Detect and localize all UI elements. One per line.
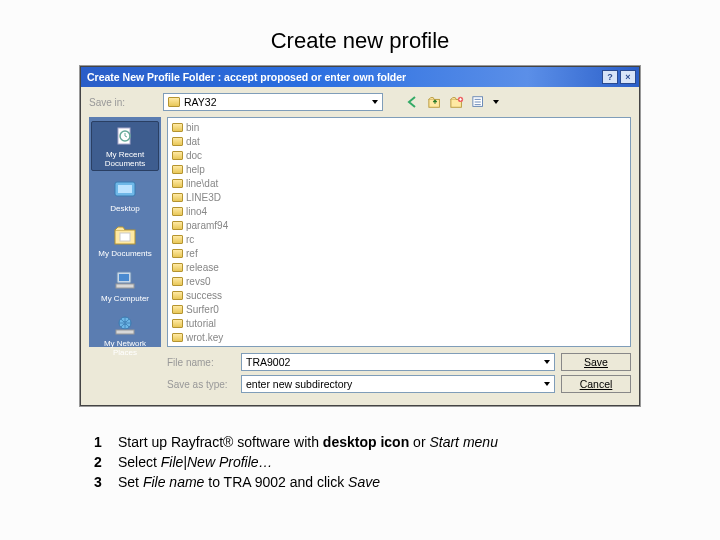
- save-dialog: Create New Profile Folder : accept propo…: [80, 66, 640, 406]
- place-label: My Documents: [98, 249, 151, 258]
- new-folder-icon[interactable]: [449, 94, 465, 110]
- place-label: Desktop: [110, 204, 139, 213]
- place-recent[interactable]: My Recent Documents: [91, 121, 159, 171]
- file-list[interactable]: bin dat doc help line\dat LINE3D lino4 p…: [167, 117, 631, 347]
- place-label: My Recent Documents: [92, 150, 158, 168]
- list-item[interactable]: success: [172, 288, 626, 302]
- savetype-value: enter new subdirectory: [246, 378, 352, 390]
- list-item[interactable]: revs0: [172, 274, 626, 288]
- folder-icon: [168, 97, 180, 107]
- svg-rect-17: [116, 330, 134, 334]
- list-item[interactable]: line\dat: [172, 176, 626, 190]
- places-bar: My Recent Documents Desktop My Documents: [89, 117, 161, 347]
- folder-icon: [172, 319, 183, 328]
- recent-documents-icon: [111, 124, 139, 148]
- list-item[interactable]: bin: [172, 120, 626, 134]
- filename-label: File name:: [167, 357, 235, 368]
- folder-icon: [172, 137, 183, 146]
- folder-icon: [172, 249, 183, 258]
- folder-icon: [172, 291, 183, 300]
- my-documents-icon: [111, 223, 139, 247]
- titlebar-text: Create New Profile Folder : accept propo…: [87, 71, 406, 83]
- list-item[interactable]: rc: [172, 232, 626, 246]
- network-places-icon: [111, 313, 139, 337]
- folder-icon: [172, 207, 183, 216]
- list-item[interactable]: LINE3D: [172, 190, 626, 204]
- chevron-down-icon: [544, 382, 550, 386]
- folder-icon: [172, 333, 183, 342]
- folder-icon: [172, 221, 183, 230]
- savein-label: Save in:: [89, 97, 157, 108]
- svg-rect-12: [120, 233, 130, 241]
- folder-icon: [172, 305, 183, 314]
- my-computer-icon: [111, 268, 139, 292]
- list-item[interactable]: ref: [172, 246, 626, 260]
- svg-rect-10: [118, 185, 132, 193]
- instruction-row: 3 Set File name to TRA 9002 and click Sa…: [94, 472, 720, 492]
- savein-combo[interactable]: RAY32: [163, 93, 383, 111]
- list-item[interactable]: paramf94: [172, 218, 626, 232]
- up-one-level-icon[interactable]: [427, 94, 443, 110]
- save-button[interactable]: Save: [561, 353, 631, 371]
- close-button[interactable]: ×: [620, 70, 636, 84]
- chevron-down-icon[interactable]: [493, 100, 499, 104]
- savetype-combo[interactable]: enter new subdirectory: [241, 375, 555, 393]
- step-text: Set File name to TRA 9002 and click Save: [118, 472, 380, 492]
- folder-icon: [172, 193, 183, 202]
- step-text: Start up Rayfract® software with desktop…: [118, 432, 498, 452]
- cancel-button[interactable]: Cancel: [561, 375, 631, 393]
- savein-value: RAY32: [184, 96, 217, 108]
- view-menu-icon[interactable]: [471, 94, 487, 110]
- svg-rect-14: [119, 274, 129, 281]
- step-text: Select File|New Profile…: [118, 452, 273, 472]
- list-item[interactable]: wrot.key: [172, 330, 626, 344]
- instructions: 1 Start up Rayfract® software with deskt…: [94, 432, 720, 492]
- chevron-down-icon: [372, 100, 378, 104]
- list-item[interactable]: dat: [172, 134, 626, 148]
- savetype-label: Save as type:: [167, 379, 235, 390]
- list-item[interactable]: help: [172, 162, 626, 176]
- list-item[interactable]: doc: [172, 148, 626, 162]
- step-number: 3: [94, 472, 106, 492]
- filename-value: TRA9002: [246, 356, 290, 368]
- folder-icon: [172, 123, 183, 132]
- place-mydocuments[interactable]: My Documents: [91, 220, 159, 261]
- back-icon[interactable]: [405, 94, 421, 110]
- folder-icon: [172, 151, 183, 160]
- list-item[interactable]: lino4: [172, 204, 626, 218]
- desktop-icon: [111, 178, 139, 202]
- list-item[interactable]: release: [172, 260, 626, 274]
- place-mycomputer[interactable]: My Computer: [91, 265, 159, 306]
- folder-icon: [172, 179, 183, 188]
- slide-title: Create new profile: [0, 28, 720, 54]
- folder-icon: [172, 165, 183, 174]
- folder-icon: [172, 263, 183, 272]
- folder-icon: [172, 235, 183, 244]
- place-label: My Computer: [101, 294, 149, 303]
- list-item[interactable]: tutorial: [172, 316, 626, 330]
- step-number: 2: [94, 452, 106, 472]
- step-number: 1: [94, 432, 106, 452]
- titlebar: Create New Profile Folder : accept propo…: [81, 67, 639, 87]
- instruction-row: 2 Select File|New Profile…: [94, 452, 720, 472]
- instruction-row: 1 Start up Rayfract® software with deskt…: [94, 432, 720, 452]
- svg-rect-15: [116, 284, 134, 288]
- list-item[interactable]: Surfer0: [172, 302, 626, 316]
- chevron-down-icon: [544, 360, 550, 364]
- folder-icon: [172, 277, 183, 286]
- help-button[interactable]: ?: [602, 70, 618, 84]
- place-desktop[interactable]: Desktop: [91, 175, 159, 216]
- filename-field[interactable]: TRA9002: [241, 353, 555, 371]
